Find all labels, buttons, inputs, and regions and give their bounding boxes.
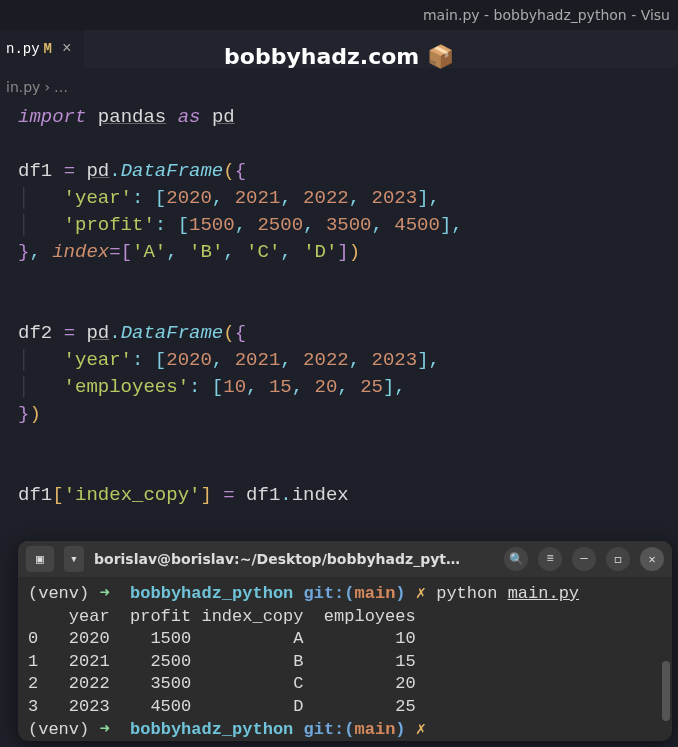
output-row: 0 2020 1500 A 10 bbox=[28, 629, 416, 648]
terminal-header: ▣ ▾ borislav@borislav:~/Desktop/bobbyhad… bbox=[18, 541, 672, 577]
search-icon[interactable]: 🔍 bbox=[504, 547, 528, 571]
var-df2: df2 bbox=[18, 322, 52, 344]
keyword-import: import bbox=[18, 106, 86, 128]
terminal-title: borislav@borislav:~/Desktop/bobbyhadz_py… bbox=[94, 551, 494, 567]
terminal-window: ▣ ▾ borislav@borislav:~/Desktop/bobbyhad… bbox=[18, 541, 672, 741]
ref-pd: pd bbox=[86, 160, 109, 182]
watermark-text: bobbyhadz.com 📦 bbox=[0, 44, 678, 69]
breadcrumb-more: … bbox=[54, 79, 68, 95]
output-header: year profit index_copy employees bbox=[28, 607, 416, 626]
terminal-scrollbar[interactable] bbox=[662, 661, 670, 721]
menu-icon[interactable]: ≡ bbox=[538, 547, 562, 571]
op-eq: = bbox=[64, 160, 75, 182]
var-df1: df1 bbox=[18, 160, 52, 182]
dict-key: 'profit' bbox=[64, 214, 155, 236]
window-title-bar: main.py - bobbyhadz_python - Visu bbox=[0, 0, 678, 30]
alias-pd: pd bbox=[212, 106, 235, 128]
breadcrumb-file: in.py bbox=[6, 79, 40, 95]
maximize-icon[interactable]: ◻ bbox=[606, 547, 630, 571]
dot: . bbox=[109, 160, 120, 182]
chevron-right-icon: › bbox=[44, 79, 50, 95]
output-row: 3 2023 4500 D 25 bbox=[28, 697, 416, 716]
output-row: 1 2021 2500 B 15 bbox=[28, 652, 416, 671]
minimize-icon[interactable]: — bbox=[572, 547, 596, 571]
brace-open: { bbox=[235, 160, 246, 182]
terminal-body[interactable]: (venv) ➜ bobbyhadz_python git:(main) ✗ p… bbox=[18, 577, 672, 741]
terminal-new-tab-button[interactable]: ▣ bbox=[26, 546, 54, 572]
fn-dataframe: DataFrame bbox=[121, 160, 224, 182]
kwarg-index: index bbox=[52, 241, 109, 263]
paren-open: ( bbox=[223, 160, 234, 182]
close-icon[interactable]: ✕ bbox=[640, 547, 664, 571]
output-row: 2 2022 3500 C 20 bbox=[28, 674, 416, 693]
code-editor[interactable]: import pandas as pd df1 = pd.DataFrame({… bbox=[0, 100, 678, 616]
terminal-dropdown-button[interactable]: ▾ bbox=[64, 546, 84, 572]
window-title: main.py - bobbyhadz_python - Visu bbox=[423, 7, 670, 23]
module-pandas: pandas bbox=[98, 106, 166, 128]
breadcrumb[interactable]: in.py › … bbox=[0, 74, 678, 100]
keyword-as: as bbox=[178, 106, 201, 128]
dict-key: 'year' bbox=[64, 187, 132, 209]
